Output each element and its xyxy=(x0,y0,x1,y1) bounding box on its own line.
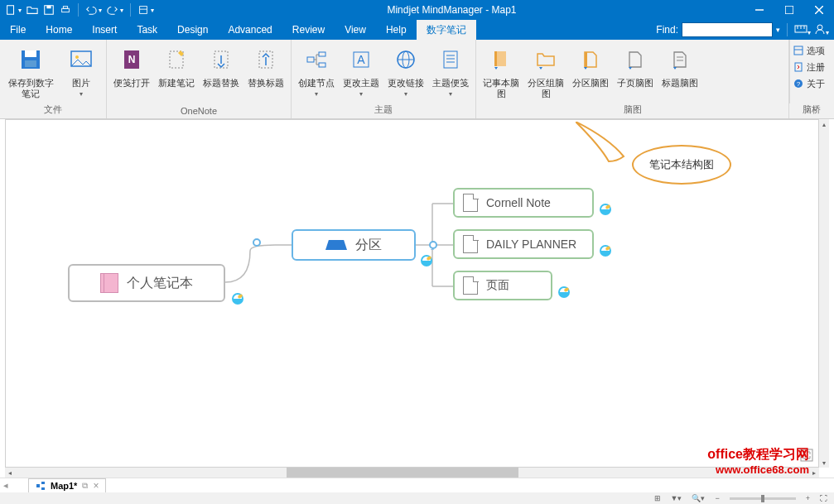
svg-rect-3 xyxy=(62,8,70,12)
svg-rect-27 xyxy=(319,52,325,56)
change-topic-button[interactable]: A 更改主题▾ xyxy=(341,43,381,98)
canvas[interactable]: − 个人笔记本 分区 Cornell Note DAILY PLANNER 页面 xyxy=(5,119,819,468)
find-section: Find: ▾ ▾ ▾ xyxy=(656,22,834,37)
svg-point-20 xyxy=(75,55,79,59)
svg-rect-8 xyxy=(785,6,793,14)
new-note-button[interactable]: 新建笔记 xyxy=(157,43,196,89)
ribbon-group-mindmap: 记事本脑图 分区组脑图 分区脑图 子页脑图 标题脑图 脑图 xyxy=(476,40,789,118)
status-icon[interactable]: ⊞ xyxy=(654,494,661,502)
svg-rect-0 xyxy=(7,6,14,15)
svg-rect-19 xyxy=(71,51,91,66)
notebook-icon xyxy=(100,273,118,293)
map-leaf-node[interactable]: DAILY PLANNER xyxy=(453,229,594,259)
options-button[interactable]: 选项 xyxy=(793,43,831,58)
ie-link-icon[interactable] xyxy=(231,292,244,305)
create-node-button[interactable]: 创建节点▾ xyxy=(296,43,336,98)
section-icon xyxy=(325,240,347,250)
tab-close-icon[interactable]: × xyxy=(93,480,99,492)
document-tab[interactable]: Map1* ⧉ × xyxy=(28,478,106,493)
tab-task[interactable]: Task xyxy=(127,20,167,40)
ie-link-icon[interactable] xyxy=(557,286,571,299)
vertical-scrollbar[interactable]: ▴ ▾ xyxy=(819,119,829,468)
notebook-map-button[interactable]: 记事本脑图 xyxy=(481,43,521,99)
tab-advanced[interactable]: Advanced xyxy=(218,20,282,40)
map-section-node[interactable]: 分区 xyxy=(292,229,416,261)
replace-title-button[interactable]: 替换标题 xyxy=(246,43,286,89)
svg-rect-61 xyxy=(41,487,45,490)
window-controls xyxy=(745,0,834,20)
title-map-button[interactable]: 标题脑图 xyxy=(660,43,700,89)
print-icon[interactable] xyxy=(60,4,71,16)
title-replace-button[interactable]: 标题替换 xyxy=(201,43,241,89)
quick-access-toolbar: ▾ ▾ ▾ ▾ xyxy=(0,3,159,17)
ribbon-group-onenote: N 便笺打开 新建笔记 标题替换 替换标题 OneNote xyxy=(107,40,292,118)
find-dropdown-icon[interactable]: ▾ xyxy=(776,26,780,34)
svg-rect-26 xyxy=(307,57,314,62)
svg-rect-5 xyxy=(140,7,147,14)
connector-dot xyxy=(253,238,261,247)
document-tabbar: ◂ Map1* ⧉ × xyxy=(0,478,834,492)
save-icon[interactable] xyxy=(43,4,55,16)
note-open-button[interactable]: N 便笺打开 xyxy=(112,43,152,89)
tab-review[interactable]: Review xyxy=(282,20,335,40)
svg-rect-59 xyxy=(36,484,40,487)
tab-view[interactable]: View xyxy=(335,20,376,40)
redo-icon[interactable]: ▾ xyxy=(107,4,123,16)
tab-home[interactable]: Home xyxy=(36,20,82,40)
save-to-notes-button[interactable]: 保存到数字笔记 xyxy=(5,43,56,99)
tab-insert[interactable]: Insert xyxy=(82,20,127,40)
page-icon xyxy=(463,235,478,253)
horizontal-scrollbar[interactable]: ◂ ▸ xyxy=(5,468,819,478)
menubar: File Home Insert Task Design Advanced Re… xyxy=(0,20,834,40)
close-button[interactable] xyxy=(804,0,834,20)
connector-line xyxy=(225,242,296,284)
maximize-button[interactable] xyxy=(774,0,804,20)
user-icon[interactable]: ▾ xyxy=(814,23,829,37)
statusbar: ⊞ ▼▾ 🔍▾ − + ⛶ xyxy=(0,492,834,504)
svg-rect-39 xyxy=(497,51,506,66)
minimize-button[interactable] xyxy=(745,0,774,20)
map-leaf-node[interactable]: Cornell Note xyxy=(453,188,594,218)
ruler-icon[interactable]: ▾ xyxy=(794,23,811,37)
undo-icon[interactable]: ▾ xyxy=(85,4,102,16)
ie-link-icon[interactable] xyxy=(420,254,433,267)
zoom-out-icon[interactable]: − xyxy=(715,494,719,502)
zoom-in-icon[interactable]: + xyxy=(806,494,810,502)
section-map-button[interactable]: 分区脑图 xyxy=(571,43,610,89)
tab-scroll-left-icon[interactable]: ◂ xyxy=(0,480,12,491)
map-root-node[interactable]: 个人笔记本 xyxy=(68,264,225,302)
svg-rect-4 xyxy=(63,7,67,9)
change-link-button[interactable]: 更改链接▾ xyxy=(386,43,426,98)
find-label: Find: xyxy=(656,24,678,36)
tab-design[interactable]: Design xyxy=(167,20,218,40)
ie-link-icon[interactable] xyxy=(599,244,612,257)
map-icon xyxy=(36,481,46,491)
tab-file[interactable]: File xyxy=(0,20,36,40)
register-button[interactable]: 注册 xyxy=(793,60,831,74)
zoom-slider[interactable] xyxy=(730,497,796,500)
tab-help[interactable]: Help xyxy=(376,20,417,40)
properties-icon[interactable]: ▾ xyxy=(137,4,154,16)
new-file-icon[interactable]: ▾ xyxy=(5,4,22,16)
topic-note-button[interactable]: 主题便笺▾ xyxy=(431,43,470,98)
filter-icon[interactable]: ▼▾ xyxy=(671,494,682,502)
find-input[interactable] xyxy=(682,22,773,37)
fit-icon[interactable]: ⛶ xyxy=(820,494,827,502)
image-button[interactable]: 图片▾ xyxy=(61,43,101,98)
ribbon-group-topic: 创建节点▾ A 更改主题▾ 更改链接▾ 主题便笺▾ 主题 xyxy=(292,40,476,118)
ribbon-group-bridge: 选项 注册 ?关于 xyxy=(789,40,834,103)
tab-digital-notes[interactable]: 数字笔记 xyxy=(417,20,476,40)
open-file-icon[interactable] xyxy=(27,4,38,16)
expand-dot[interactable]: − xyxy=(429,241,437,249)
page-icon xyxy=(463,194,478,212)
map-leaf-node[interactable]: 页面 xyxy=(453,271,552,300)
section-group-map-button[interactable]: 分区组脑图 xyxy=(526,43,566,99)
about-button[interactable]: ?关于 xyxy=(793,76,831,91)
zoom-dropdown-icon[interactable]: 🔍▾ xyxy=(692,494,705,502)
subpage-map-button[interactable]: 子页脑图 xyxy=(615,43,655,89)
tab-detach-icon[interactable]: ⧉ xyxy=(82,481,88,491)
svg-text:A: A xyxy=(357,53,365,66)
svg-rect-34 xyxy=(444,51,457,68)
svg-rect-28 xyxy=(319,63,325,67)
ie-link-icon[interactable] xyxy=(599,203,612,216)
